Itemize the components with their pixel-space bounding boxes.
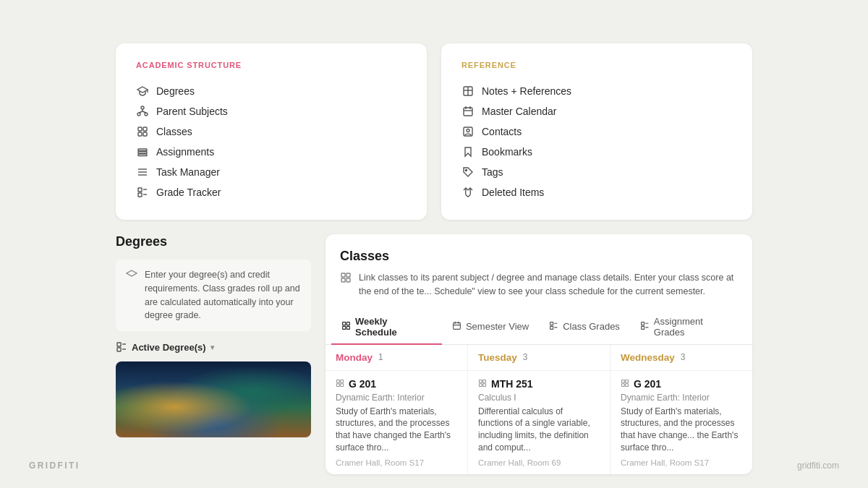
academic-section-title: ACADEMIC STRUCTURE [136,61,407,69]
classes-desc-icon [340,272,352,288]
class-g201-wed-desc: Study of Earth's materials, structures, … [621,406,742,454]
nav-degrees[interactable]: Degrees [136,81,407,101]
nav-bookmarks-label: Bookmarks [482,146,532,158]
calendar-icon [461,105,475,118]
nav-bookmarks[interactable]: Bookmarks [461,142,732,162]
classes-tabs: Weekly Schedule Semester View [326,310,752,345]
svg-rect-66 [626,380,629,382]
nav-parent-subjects[interactable]: Parent Subjects [136,101,407,121]
day-header-monday: Monday 1 [326,345,467,370]
nav-task-manager[interactable]: Task Manager [136,162,407,182]
nav-classes-label: Classes [156,126,192,137]
class-code-g201-wed: G 201 [621,378,742,390]
tag-icon [461,166,475,179]
nav-assignments[interactable]: Assignments [136,142,407,162]
svg-rect-57 [337,380,340,382]
svg-rect-68 [626,383,629,386]
footer: GRIDFITI gridfiti.com [0,461,868,471]
svg-rect-49 [550,322,553,325]
class-g201-mon-subject: Dynamic Earth: Interior [336,393,457,403]
svg-rect-64 [483,383,486,386]
svg-rect-14 [138,154,147,156]
wednesday-label: Wednesday [621,352,675,363]
svg-rect-25 [464,108,472,116]
svg-rect-55 [641,326,644,329]
svg-rect-39 [341,278,345,282]
svg-rect-38 [346,273,350,277]
svg-rect-9 [143,127,147,131]
top-row: ACADEMIC STRUCTURE Degrees [116,43,752,220]
svg-rect-40 [346,278,350,282]
svg-rect-43 [343,326,346,329]
svg-rect-41 [343,322,346,325]
svg-point-31 [466,170,467,171]
svg-point-30 [467,129,469,132]
class-code-g201-mon: G 201 [336,378,457,390]
day-header-tuesday: Tuesday 3 [468,345,610,370]
tab-class-grades[interactable]: Class Grades [539,310,630,345]
grid-list-icon [136,186,149,199]
svg-marker-32 [127,270,137,276]
active-degrees-button[interactable]: Active Degree(s) ▾ [116,341,311,353]
class-mth251-desc: Differential calculus of functions of a … [478,406,600,454]
nav-deleted-items-label: Deleted Items [482,187,544,198]
tuesday-label: Tuesday [478,352,517,363]
classes-desc-text: Link classes to its parent subject / deg… [359,271,738,299]
class-grid-icon-wed [621,378,629,390]
brand-url: gridfiti.com [797,461,839,471]
svg-rect-44 [346,326,349,329]
nav-tags[interactable]: Tags [461,162,732,182]
svg-point-2 [141,106,144,109]
class-g201-mon-desc: Study of Earth's materials, structures, … [336,406,457,454]
bottom-row: Degrees Enter your degree(s) and credit … [116,234,752,474]
active-degrees-icon [116,341,127,353]
svg-rect-51 [550,326,553,329]
svg-rect-58 [341,380,344,382]
day-column-monday: Monday 1 [326,345,468,474]
class-code-mth251: MTH 251 [478,378,600,390]
nav-contacts[interactable]: Contacts [461,121,732,142]
svg-rect-53 [641,322,644,325]
degrees-desc-icon [126,269,137,285]
nav-deleted-items[interactable]: Deleted Items [461,182,732,202]
semester-view-tab-icon [452,321,461,333]
monday-label: Monday [336,352,373,363]
class-mth251-code: MTH 251 [491,378,533,390]
tab-assignment-grades-label: Assignment Grades [654,316,736,338]
svg-rect-35 [117,348,121,351]
nav-classes[interactable]: Classes [136,121,407,142]
classes-panel: Classes Link classes to its parent subje… [326,234,752,474]
nav-grade-tracker[interactable]: Grade Tracker [136,182,407,202]
nav-master-calendar[interactable]: Master Calendar [461,101,732,121]
svg-point-4 [145,113,148,116]
schedule-grid: Monday 1 [326,345,752,474]
classes-title: Classes [340,249,738,264]
tab-class-grades-label: Class Grades [563,321,620,332]
class-card-g201-wed: G 201 Dynamic Earth: Interior Study of E… [610,370,752,474]
nav-assignments-label: Assignments [156,146,214,158]
wednesday-count: 3 [681,352,686,362]
svg-rect-65 [622,380,625,382]
chevron-down-icon: ▾ [210,343,214,351]
svg-marker-0 [137,87,148,93]
svg-line-6 [139,111,142,113]
day-column-wednesday: Wednesday 3 [610,345,752,474]
tab-assignment-grades[interactable]: Assignment Grades [630,310,746,345]
mortarboard-icon [136,85,149,98]
svg-rect-11 [143,132,147,136]
svg-rect-10 [138,132,142,136]
svg-rect-18 [138,188,142,192]
svg-rect-62 [483,380,486,382]
svg-rect-59 [337,383,340,386]
weekly-schedule-tab-icon [341,321,351,333]
class-card-g201-mon: G 201 Dynamic Earth: Interior Study of E… [326,370,467,474]
svg-rect-12 [138,149,147,151]
tab-semester-view[interactable]: Semester View [442,310,539,345]
degrees-description: Enter your degree(s) and credit requirem… [116,260,311,331]
class-card-mth251: MTH 251 Calculus I Differential calculus… [468,370,610,474]
classes-header: Classes Link classes to its parent subje… [326,249,752,299]
nav-notes-references[interactable]: Notes + References [461,81,732,101]
tab-weekly-schedule-label: Weekly Schedule [355,316,432,338]
svg-rect-42 [346,322,349,325]
tab-weekly-schedule[interactable]: Weekly Schedule [331,310,442,345]
